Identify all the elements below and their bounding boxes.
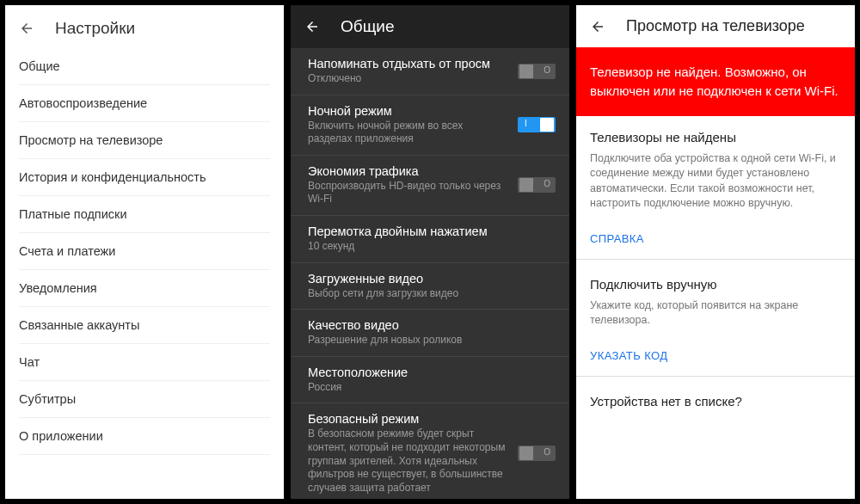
section-heading: Телевизоры не найдены xyxy=(590,130,841,144)
item-label: Загруженные видео xyxy=(308,272,556,286)
settings-item[interactable]: Просмотр на телевизоре xyxy=(19,122,270,159)
back-icon[interactable] xyxy=(590,19,605,34)
settings-item[interactable]: Счета и платежи xyxy=(19,233,270,270)
toggle-switch[interactable]: O xyxy=(518,64,556,79)
settings-item[interactable]: Субтитры xyxy=(19,381,270,418)
error-banner: Телевизор не найден. Возможно, он выключ… xyxy=(576,47,855,116)
help-link[interactable]: СПРАВКА xyxy=(576,220,855,255)
settings-item[interactable]: О приложении xyxy=(19,418,270,455)
general-item[interactable]: Ночной режимВключить ночной режим во все… xyxy=(291,95,569,156)
settings-item[interactable]: Платные подписки xyxy=(19,196,270,233)
section-desc: Подключите оба устройства к одной сети W… xyxy=(590,151,841,212)
toggle-switch[interactable]: I xyxy=(518,117,556,132)
item-subtitle: Отключено xyxy=(308,72,509,86)
settings-item[interactable]: Общие xyxy=(19,48,270,85)
cast-header: Просмотр на телевизоре xyxy=(576,5,855,47)
section-desc: Укажите код, который появится на экране … xyxy=(590,298,841,329)
tv-not-found-section: Телевизоры не найдены Подключите оба уст… xyxy=(576,116,855,220)
general-item[interactable]: Экономия трафикаВоспроизводить HD-видео … xyxy=(291,156,569,216)
item-label: Экономия трафика xyxy=(308,164,509,178)
item-label: Перемотка двойным нажатием xyxy=(308,224,556,238)
item-subtitle: Включить ночной режим во всех разделах п… xyxy=(308,120,509,146)
item-subtitle: Россия xyxy=(308,381,556,395)
item-subtitle: Разрешение для новых роликов xyxy=(308,334,556,347)
toggle-switch[interactable]: O xyxy=(518,177,556,193)
general-item[interactable]: Безопасный режимВ безопасном режиме буде… xyxy=(291,403,569,499)
item-label: Качество видео xyxy=(308,318,556,332)
general-item[interactable]: Загруженные видеоВыбор сети для загрузки… xyxy=(291,263,569,310)
item-subtitle: 10 секунд xyxy=(308,240,556,254)
general-item[interactable]: МестоположениеРоссия xyxy=(291,357,569,404)
general-panel: Общие Напоминать отдыхать от просмОтключ… xyxy=(291,5,569,499)
back-icon[interactable] xyxy=(19,21,34,36)
back-icon[interactable] xyxy=(304,19,320,34)
item-label: Ночной режим xyxy=(308,104,509,118)
page-title: Общие xyxy=(341,17,394,36)
settings-item[interactable]: Связанные аккаунты xyxy=(19,307,270,344)
item-label: Безопасный режим xyxy=(308,412,509,426)
section-heading: Подключить вручную xyxy=(590,277,841,292)
item-subtitle: Выбор сети для загрузки видео xyxy=(308,287,556,301)
settings-panel: Настройки ОбщиеАвтовоспроизведениеПросмо… xyxy=(5,5,284,499)
enter-code-link[interactable]: УКАЗАТЬ КОД xyxy=(576,337,855,372)
divider xyxy=(576,259,855,260)
toggle-switch[interactable]: O xyxy=(518,446,556,461)
item-label: Местоположение xyxy=(308,366,556,379)
divider xyxy=(576,376,855,377)
settings-item[interactable]: История и конфиденциальность xyxy=(19,159,270,196)
cast-panel: Просмотр на телевизоре Телевизор не найд… xyxy=(576,5,855,499)
item-subtitle: В безопасном режиме будет скрыт контент,… xyxy=(308,427,509,495)
manual-connect-section: Подключить вручную Укажите код, который … xyxy=(576,263,855,337)
general-item[interactable]: Напоминать отдыхать от просмОтключеноO xyxy=(291,48,569,95)
settings-header: Настройки xyxy=(5,5,284,48)
settings-item[interactable]: Уведомления xyxy=(19,270,270,307)
settings-list: ОбщиеАвтовоспроизведениеПросмотр на теле… xyxy=(5,48,284,455)
page-title: Настройки xyxy=(55,19,135,38)
device-not-listed[interactable]: Устройства нет в списке? xyxy=(576,380,855,422)
item-subtitle: Воспроизводить HD-видео только через Wi-… xyxy=(308,180,509,206)
page-title: Просмотр на телевизоре xyxy=(626,17,805,35)
item-label: Напоминать отдыхать от просм xyxy=(308,57,509,71)
settings-item[interactable]: Чат xyxy=(19,344,270,381)
general-item[interactable]: Качество видеоРазрешение для новых ролик… xyxy=(291,310,569,357)
general-item[interactable]: Перемотка двойным нажатием10 секунд xyxy=(291,216,569,263)
settings-item[interactable]: Автовоспроизведение xyxy=(19,85,270,122)
general-header: Общие xyxy=(291,5,569,48)
general-list: Напоминать отдыхать от просмОтключеноOНо… xyxy=(291,48,569,499)
